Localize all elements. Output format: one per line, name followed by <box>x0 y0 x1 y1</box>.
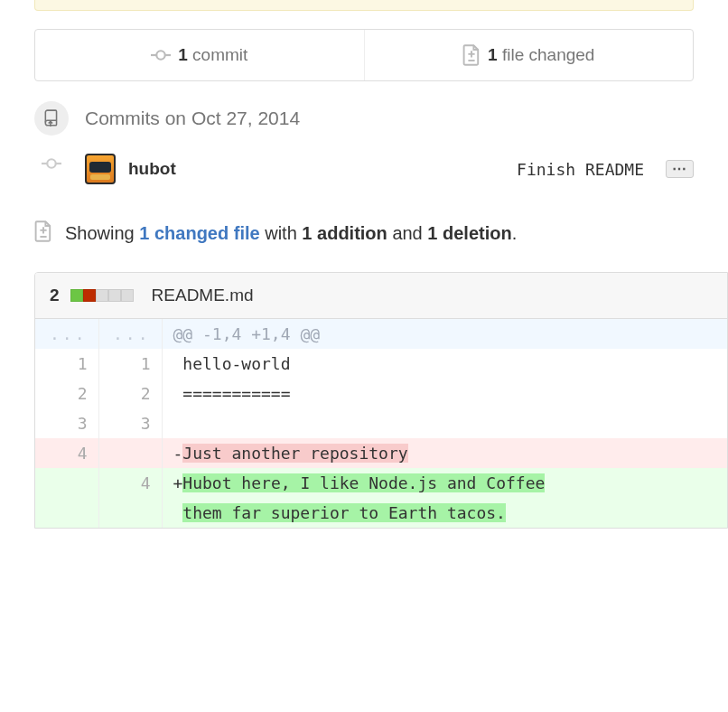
commit-icon <box>151 45 171 65</box>
diff-line-addition: them far superior to Earth tacos. <box>35 498 727 528</box>
diffstat-neutral-block <box>108 289 121 302</box>
file-diff: 2 README.md ... ... @@ -1,4 +1,4 @@ 1 1 … <box>34 272 728 529</box>
line-number-old[interactable] <box>35 498 98 528</box>
diffstat-neutral-block <box>121 289 134 302</box>
summary-trail: . <box>512 223 518 243</box>
line-number-new[interactable]: 1 <box>98 349 162 379</box>
commits-on-label: Commits on <box>85 108 186 128</box>
changed-files-link[interactable]: 1 changed file <box>139 223 259 243</box>
commit-count-label: commit <box>192 45 247 64</box>
diff-change-count: 2 <box>50 286 60 305</box>
diffstat-neutral-block <box>96 289 108 302</box>
commits-day-header: Commits on Oct 27, 2014 <box>34 101 694 136</box>
commit-icon <box>42 154 61 173</box>
line-number-new[interactable]: 4 <box>98 468 162 498</box>
ellipsis-button[interactable]: ⋯ <box>666 160 694 178</box>
file-diff-icon <box>462 44 481 66</box>
diff-code: -Just another repository <box>162 438 727 468</box>
line-number-new[interactable]: ... <box>98 319 162 349</box>
summary-and: and <box>392 223 422 243</box>
file-diff-header: 2 README.md <box>35 273 727 319</box>
line-number-new[interactable]: 3 <box>98 408 162 438</box>
additions-count: 1 addition <box>302 223 387 243</box>
svg-point-6 <box>47 159 55 167</box>
diff-code: =========== <box>162 379 727 408</box>
commit-count: 1 <box>178 45 188 64</box>
file-count-label: file changed <box>502 45 594 64</box>
line-number-new[interactable] <box>98 498 162 528</box>
line-number-new[interactable]: 2 <box>98 379 162 408</box>
commit-author-link[interactable]: hubot <box>128 159 176 179</box>
commits-date: Oct 27, 2014 <box>191 108 300 128</box>
commit-message-link[interactable]: Finish README <box>517 160 644 179</box>
file-diff-icon <box>34 220 52 247</box>
commit-row: hubot Finish README ⋯ <box>34 154 694 184</box>
line-number-old[interactable]: 4 <box>35 438 98 468</box>
diffstat-add-block <box>70 289 83 302</box>
line-number-old[interactable] <box>35 468 98 498</box>
diffstat-del-block <box>83 289 96 302</box>
diff-hunk-header: ... ... @@ -1,4 +1,4 @@ <box>35 319 727 349</box>
diff-table: ... ... @@ -1,4 +1,4 @@ 1 1 hello-world … <box>35 319 727 528</box>
avatar[interactable] <box>85 154 116 184</box>
compare-stats-bar: 1 commit 1 file changed <box>34 29 694 81</box>
deletions-count: 1 deletion <box>427 223 511 243</box>
diff-file-name[interactable]: README.md <box>152 286 254 305</box>
diff-line: 3 3 <box>35 408 727 438</box>
diff-line: 1 1 hello-world <box>35 349 727 379</box>
diff-code: hello-world <box>162 349 727 379</box>
diff-code: +Hubot here, I like Node.js and Coffee <box>162 468 727 498</box>
files-changed-cell[interactable]: 1 file changed <box>364 30 694 80</box>
diff-summary: Showing 1 changed file with 1 addition a… <box>34 220 694 247</box>
diff-code <box>162 408 727 438</box>
line-number-old[interactable]: 2 <box>35 379 98 408</box>
diffstat-blocks <box>70 289 134 302</box>
hunk-text: @@ -1,4 +1,4 @@ <box>162 319 727 349</box>
diff-line-deletion: 4 -Just another repository <box>35 438 727 468</box>
line-number-old[interactable]: 3 <box>35 408 98 438</box>
summary-with: with <box>265 223 297 243</box>
diff-line: 2 2 =========== <box>35 379 727 408</box>
file-count: 1 <box>488 45 498 64</box>
line-number-old[interactable]: 1 <box>35 349 98 379</box>
svg-point-0 <box>156 51 164 59</box>
alert-banner <box>34 0 694 11</box>
repo-push-icon <box>34 101 69 136</box>
commits-count-cell[interactable]: 1 commit <box>35 30 364 80</box>
summary-showing: Showing <box>65 223 135 243</box>
line-number-old[interactable]: ... <box>35 319 98 349</box>
timeline-column <box>34 154 69 175</box>
diff-code: them far superior to Earth tacos. <box>162 498 727 528</box>
commits-timeline: Commits on Oct 27, 2014 hubot Finish REA… <box>34 101 694 184</box>
line-number-new[interactable] <box>98 438 162 468</box>
diff-line-addition: 4 +Hubot here, I like Node.js and Coffee <box>35 468 727 498</box>
